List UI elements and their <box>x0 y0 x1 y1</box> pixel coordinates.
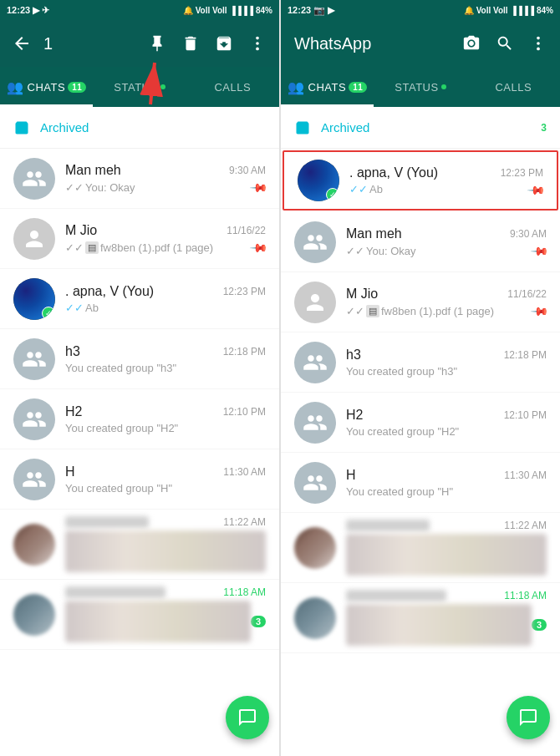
delete-button[interactable] <box>176 28 206 58</box>
tick-apna-v: ✓✓ <box>65 302 84 314</box>
pin-man-meh: 📌 <box>249 177 268 196</box>
chat-info-h3-right: h3 12:18 PM You created group "h3" <box>346 348 547 378</box>
chat-item-man-meh[interactable]: Man meh 9:30 AM ✓✓ You: Okay 📌 <box>0 149 279 209</box>
chat-item-man-meh-right[interactable]: Man meh 9:30 AM ✓✓ You: Okay 📌 <box>281 212 560 272</box>
tick-m-jio-right: ✓✓ <box>346 305 364 317</box>
more-button[interactable] <box>242 28 272 58</box>
right-tabs: 👥 Chats 11 Status Calls <box>281 67 560 107</box>
chat-name-h2: H2 <box>65 404 82 419</box>
svg-point-2 <box>256 48 259 51</box>
avatar-man-meh <box>13 158 55 200</box>
fab-left[interactable] <box>226 696 269 739</box>
archived-icon-right <box>294 119 311 136</box>
archived-row-left[interactable]: Archived <box>0 107 279 149</box>
file-icon-m-jio-right: ▤ <box>366 305 379 317</box>
left-status-bar: 12:23 ▶ ✈ 🔔 Voll Voll ▐▐▐▐ 84% <box>0 0 279 20</box>
chat-item-h2-right[interactable]: H2 12:10 PM You created group "H2" <box>281 393 560 453</box>
chat-time-apna-v-right: 12:23 PM <box>501 167 543 179</box>
avatar-check-apna-v: ✓ <box>42 307 55 320</box>
chat-time-h3: 12:18 PM <box>223 346 266 358</box>
status-dot-left <box>160 84 165 89</box>
tab-chats-right[interactable]: 👥 Chats 11 <box>281 67 374 107</box>
chat-preview-apna-v: ✓✓ Ab <box>65 302 266 314</box>
archived-label-right: Archived <box>321 120 531 134</box>
blurred-preview1 <box>65 530 266 572</box>
camera-button[interactable] <box>456 28 486 58</box>
chat-item-m-jio-right[interactable]: M Jio 11/16/22 ✓✓ ▤ fw8ben (1).pdf (1 pa… <box>281 272 560 332</box>
chat-info-man-meh-right: Man meh 9:30 AM ✓✓ You: Okay 📌 <box>346 226 547 257</box>
chat-time-man-meh: 9:30 AM <box>229 165 266 176</box>
chat-info-h2: H2 12:10 PM You created group "H2" <box>65 404 266 434</box>
chat-info-h3: h3 12:18 PM You created group "h3" <box>65 344 266 374</box>
chat-item-blurred2[interactable]: 11:18 AM 3 <box>0 580 279 650</box>
chat-item-apna-v-right[interactable]: ✓ . apna, V (You) 12:23 PM ✓✓ Ab 📌 <box>283 150 558 211</box>
svg-point-5 <box>537 37 540 40</box>
avatar-h3-right <box>294 342 336 383</box>
blurred-name1 <box>65 516 149 528</box>
archived-row-right[interactable]: Archived 3 <box>281 107 560 149</box>
tick-m-jio: ✓✓ <box>65 241 84 254</box>
chat-item-apna-v[interactable]: ✓ . apna, V (You) 12:23 PM ✓✓ Ab <box>0 269 279 329</box>
chat-name-apna-v: . apna, V (You) <box>65 284 154 299</box>
chat-time-blurred1-right: 11:22 AM <box>504 520 547 531</box>
chat-item-h2[interactable]: H2 12:10 PM You created group "H2" <box>0 389 279 449</box>
avatar-h3 <box>13 338 55 380</box>
badge-blurred2-right: 3 <box>532 619 547 631</box>
chat-name-m-jio: M Jio <box>65 223 97 238</box>
right-header: WhatsApp <box>281 20 560 67</box>
chat-time-man-meh-right: 9:30 AM <box>510 228 547 240</box>
pin-man-meh-right: 📌 <box>530 241 549 260</box>
badge-blurred2: 3 <box>251 616 266 627</box>
pin-m-jio-right: 📌 <box>530 301 549 320</box>
chats-tab-icon-right: 👥 <box>288 79 305 95</box>
chat-info-blurred1-right: 11:22 AM <box>346 520 547 576</box>
chat-info-blurred1: 11:22 AM <box>65 516 266 572</box>
right-status-time: 12:23 📷 ▶ <box>288 5 334 16</box>
more-button-right[interactable] <box>523 28 553 58</box>
chat-item-h[interactable]: H 11:30 AM You created group "H" <box>0 449 279 510</box>
chat-time-h-right: 11:30 AM <box>504 469 547 481</box>
archived-count-right: 3 <box>541 122 547 134</box>
tab-chats-left[interactable]: 👥 Chats 11 <box>0 67 93 107</box>
chat-time-h3-right: 12:18 PM <box>504 349 547 361</box>
avatar-m-jio <box>13 218 55 260</box>
blurred-name2 <box>65 586 165 598</box>
avatar-h2 <box>13 398 55 440</box>
tab-status-right[interactable]: Status <box>374 67 466 107</box>
tab-calls-right[interactable]: Calls <box>467 67 560 107</box>
left-panel: 12:23 ▶ ✈ 🔔 Voll Voll ▐▐▐▐ 84% 1 <box>0 0 279 756</box>
pin-button[interactable] <box>142 28 172 58</box>
search-button[interactable] <box>490 28 520 58</box>
chat-item-h3-right[interactable]: h3 12:18 PM You created group "h3" <box>281 332 560 393</box>
chat-name-h3-right: h3 <box>346 348 361 363</box>
chat-name-man-meh-right: Man meh <box>346 226 402 241</box>
fab-right[interactable] <box>507 696 550 739</box>
chat-name-h2-right: H2 <box>346 408 363 423</box>
chat-name-man-meh: Man meh <box>65 163 121 178</box>
chat-time-blurred2: 11:18 AM <box>223 586 266 598</box>
chat-item-blurred1[interactable]: 11:22 AM <box>0 510 279 580</box>
chat-info-blurred2-right: 11:18 AM 3 <box>346 590 547 646</box>
chat-item-blurred1-right[interactable]: 11:22 AM <box>281 513 560 583</box>
chat-info-h2-right: H2 12:10 PM You created group "H2" <box>346 408 547 438</box>
back-button[interactable] <box>7 28 37 58</box>
chat-name-h3: h3 <box>65 344 80 359</box>
chat-time-h2: 12:10 PM <box>223 406 266 418</box>
chat-time-apna-v: 12:23 PM <box>223 286 266 297</box>
avatar-man-meh-right <box>294 221 336 263</box>
chat-name-h-right: H <box>346 468 356 483</box>
right-header-actions <box>456 28 553 58</box>
chat-item-h3[interactable]: h3 12:18 PM You created group "h3" <box>0 329 279 389</box>
archived-label-left: Archived <box>40 120 266 134</box>
chat-item-m-jio[interactable]: M Jio 11/16/22 ✓✓ ▤ fw8ben (1).pdf (1 pa… <box>0 209 279 269</box>
chat-preview-h-right: You created group "H" <box>346 485 547 498</box>
svg-point-1 <box>256 42 259 45</box>
chat-item-blurred2-right[interactable]: 11:18 AM 3 <box>281 583 560 653</box>
tab-status-left[interactable]: Status <box>93 67 186 107</box>
chat-time-blurred1: 11:22 AM <box>223 516 266 528</box>
chat-item-h-right[interactable]: H 11:30 AM You created group "H" <box>281 453 560 513</box>
blurred-preview2-right <box>346 604 532 646</box>
archive-button[interactable] <box>209 28 239 58</box>
chat-info-apna-v: . apna, V (You) 12:23 PM ✓✓ Ab <box>65 284 266 314</box>
tab-calls-left[interactable]: Calls <box>186 67 279 107</box>
